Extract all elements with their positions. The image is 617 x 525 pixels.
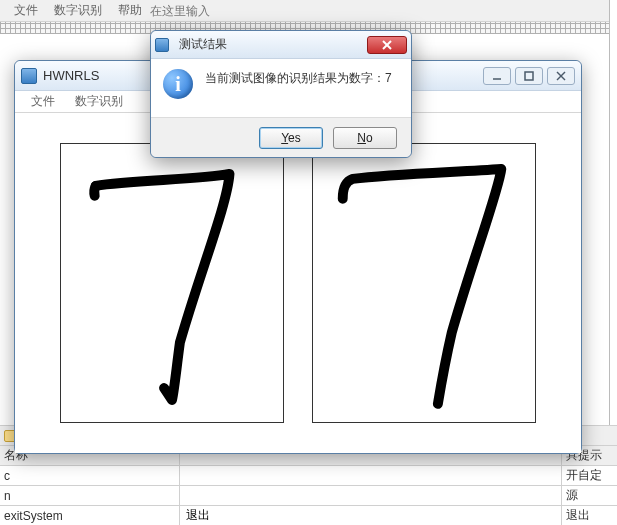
minimize-button[interactable]: [483, 67, 511, 85]
footer-cell-l1: c: [0, 466, 180, 485]
dialog-body: i 当前测试图像的识别结果为数字：7: [151, 59, 411, 117]
maximize-button[interactable]: [515, 67, 543, 85]
footer-cell-l2: n: [0, 486, 180, 505]
close-icon: [382, 40, 392, 50]
svg-rect-1: [525, 72, 533, 80]
hwnrls-body: [15, 113, 581, 453]
bg-menu-recognize[interactable]: 数字识别: [46, 0, 110, 21]
app-icon: [21, 68, 37, 84]
hw-menu-recognize[interactable]: 数字识别: [65, 91, 133, 112]
dialog-titlebar[interactable]: 测试结果: [151, 31, 411, 59]
yes-button[interactable]: Yes: [259, 127, 323, 149]
footer-right-mid: 源: [562, 487, 617, 504]
footer-right-3: 退出: [562, 507, 617, 524]
right-canvas[interactable]: [312, 143, 536, 423]
bg-menu-search-input[interactable]: [150, 4, 240, 18]
digit-seven-left-icon: [61, 144, 283, 422]
no-button[interactable]: No: [333, 127, 397, 149]
footer-right-1: 开自定: [562, 467, 617, 484]
bg-menu-file[interactable]: 文件: [6, 0, 46, 21]
close-button[interactable]: [547, 67, 575, 85]
result-dialog: 测试结果 i 当前测试图像的识别结果为数字：7 Yes No: [150, 30, 412, 158]
digit-seven-right-icon: [313, 144, 535, 422]
footer-cell-l3: exitSystem: [0, 506, 180, 525]
background-menubar: 文件 数字识别 帮助: [0, 0, 617, 22]
footer-cell-m3: 退出: [180, 506, 562, 525]
bg-menu-help[interactable]: 帮助: [110, 0, 150, 21]
dialog-title: 测试结果: [175, 36, 367, 53]
info-icon: i: [163, 69, 193, 99]
hw-menu-file[interactable]: 文件: [21, 91, 65, 112]
dialog-app-icon: [155, 38, 169, 52]
left-canvas[interactable]: [60, 143, 284, 423]
dialog-footer: Yes No: [151, 117, 411, 157]
dialog-close-button[interactable]: [367, 36, 407, 54]
dialog-message: 当前测试图像的识别结果为数字：7: [193, 69, 392, 87]
